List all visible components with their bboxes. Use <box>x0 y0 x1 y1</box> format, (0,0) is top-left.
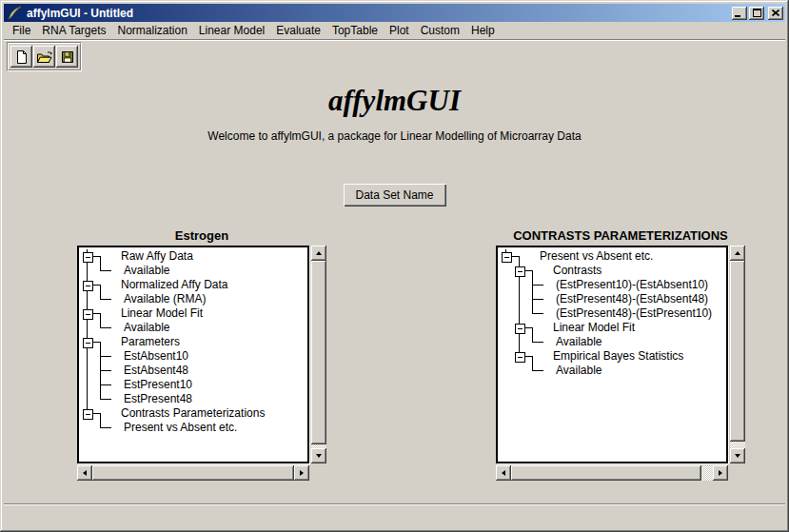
tree-connector <box>93 321 107 335</box>
tree-row: Contrasts Parameterizations <box>80 406 307 421</box>
expander-minus-icon[interactable] <box>80 306 93 321</box>
tree-item-label[interactable]: Available <box>124 264 169 278</box>
expander-minus-icon[interactable] <box>499 249 512 264</box>
menu-help[interactable]: Help <box>465 23 501 38</box>
estrogen-tree-group: Estrogen Raw Affy DataAvailableNormalize… <box>77 228 326 481</box>
tree-connector <box>80 364 93 378</box>
tree-connector <box>93 306 107 321</box>
window-controls <box>732 7 783 20</box>
tree-connector <box>525 264 539 278</box>
tree-item-label[interactable]: EstAbsent10 <box>124 349 188 364</box>
menu-custom[interactable]: Custom <box>415 23 465 38</box>
arrow-down-icon <box>316 454 322 458</box>
scroll-left-button[interactable] <box>496 465 511 481</box>
tree-item-label[interactable]: (EstPresent48)-(EstAbsent48) <box>556 292 708 306</box>
menu-evaluate[interactable]: Evaluate <box>270 23 326 38</box>
scroll-thumb[interactable] <box>92 465 294 481</box>
new-file-button[interactable] <box>10 46 32 68</box>
tree-item-label[interactable]: Contrasts Parameterizations <box>121 406 265 421</box>
arrow-right-icon <box>300 470 304 476</box>
scroll-down-button[interactable] <box>311 448 326 463</box>
tree-item-label[interactable]: Empirical Bayes Statistics <box>553 349 683 364</box>
scroll-up-button[interactable] <box>311 246 326 261</box>
tree-item-label[interactable]: Parameters <box>121 335 180 349</box>
tree-item-label[interactable]: (EstPresent48)-(EstPresent10) <box>556 306 712 321</box>
close-button[interactable] <box>768 7 783 20</box>
tree-item-label[interactable]: Contrasts <box>553 264 602 278</box>
arrow-left-icon <box>502 470 505 476</box>
tree-item-label[interactable]: Available <box>556 364 602 378</box>
menu-linear-model[interactable]: Linear Model <box>193 23 270 38</box>
tree-item-label[interactable]: Normalized Affy Data <box>121 278 228 292</box>
toolbar <box>4 41 785 72</box>
tree-row: Contrasts <box>499 264 726 278</box>
titlebar[interactable]: affylmGUI - Untitled <box>4 4 785 22</box>
expander-minus-icon[interactable] <box>512 321 525 335</box>
tree-item-label[interactable]: Available <box>124 321 169 335</box>
contrasts-tree-view[interactable]: Present vs Absent etc.Contrasts(EstPrese… <box>496 246 728 463</box>
estrogen-horizontal-scrollbar[interactable] <box>77 465 309 481</box>
menu-toptable[interactable]: TopTable <box>326 23 384 38</box>
arrow-left-icon <box>83 470 87 476</box>
close-icon <box>772 10 779 16</box>
tree-item-label[interactable]: Present vs Absent etc. <box>540 249 653 264</box>
tree-connector <box>93 364 107 378</box>
save-file-button[interactable] <box>56 46 78 68</box>
tree-item-label[interactable]: Linear Model Fit <box>553 321 635 335</box>
scroll-thumb[interactable] <box>730 261 745 442</box>
contrasts-horizontal-scrollbar[interactable] <box>496 465 728 481</box>
tree-row: EstPresent10 <box>80 378 307 392</box>
scroll-up-button[interactable] <box>730 246 745 261</box>
tree-row: (EstPresent48)-(EstPresent10) <box>499 306 726 321</box>
scroll-track[interactable] <box>311 261 326 448</box>
contrasts-vertical-scrollbar[interactable] <box>730 246 745 463</box>
scroll-thumb[interactable] <box>311 261 326 444</box>
window-title: affylmGUI - Untitled <box>27 7 732 20</box>
tree-item-label[interactable]: Present vs Absent etc. <box>124 421 237 435</box>
tree-item-label[interactable]: Available (RMA) <box>124 292 206 306</box>
tree-item-label[interactable]: Linear Model Fit <box>121 306 203 321</box>
menu-normalization[interactable]: Normalization <box>112 23 193 38</box>
arrow-right-icon <box>719 470 722 476</box>
scroll-down-button[interactable] <box>730 448 745 463</box>
expander-minus-icon[interactable] <box>80 249 93 264</box>
arrow-up-icon <box>735 251 740 255</box>
tree-connector <box>525 278 539 292</box>
open-file-button[interactable] <box>33 46 55 68</box>
tree-connector <box>525 364 539 378</box>
tree-item-label[interactable]: Raw Affy Data <box>121 249 193 264</box>
tree-connector <box>512 249 525 264</box>
tree-connector <box>512 306 525 321</box>
menu-rna-targets[interactable]: RNA Targets <box>36 23 111 38</box>
tree-row: (EstPresent48)-(EstAbsent48) <box>499 292 726 306</box>
tree-item-label[interactable]: EstPresent10 <box>124 378 192 392</box>
expander-minus-icon[interactable] <box>80 406 93 421</box>
menu-plot[interactable]: Plot <box>384 23 415 38</box>
expander-minus-icon[interactable] <box>80 278 93 292</box>
scroll-left-button[interactable] <box>77 465 92 481</box>
tree-connector <box>499 349 512 364</box>
expander-minus-icon[interactable] <box>80 335 93 349</box>
scroll-track[interactable] <box>730 261 745 448</box>
tree-item-label[interactable]: EstPresent48 <box>124 392 192 406</box>
scroll-thumb[interactable] <box>511 465 701 481</box>
tree-connector <box>512 364 525 378</box>
expander-minus-icon[interactable] <box>512 264 525 278</box>
maximize-button[interactable] <box>749 7 764 20</box>
minimize-button[interactable] <box>732 7 747 20</box>
scroll-track[interactable] <box>92 465 294 481</box>
save-floppy-icon <box>60 49 75 65</box>
tree-connector <box>512 335 525 349</box>
tree-item-label[interactable]: (EstPresent10)-(EstAbsent10) <box>556 278 708 292</box>
data-set-name-button[interactable]: Data Set Name <box>343 184 445 207</box>
menu-file[interactable]: File <box>7 23 36 38</box>
expander-minus-icon[interactable] <box>512 349 525 364</box>
scroll-right-button[interactable] <box>713 465 728 481</box>
scroll-track[interactable] <box>511 465 713 481</box>
tree-connector <box>80 292 93 306</box>
tree-item-label[interactable]: EstAbsent48 <box>124 364 188 378</box>
estrogen-vertical-scrollbar[interactable] <box>311 246 326 463</box>
tree-item-label[interactable]: Available <box>556 335 602 349</box>
scroll-right-button[interactable] <box>294 465 309 481</box>
estrogen-tree-view[interactable]: Raw Affy DataAvailableNormalized Affy Da… <box>77 246 309 463</box>
